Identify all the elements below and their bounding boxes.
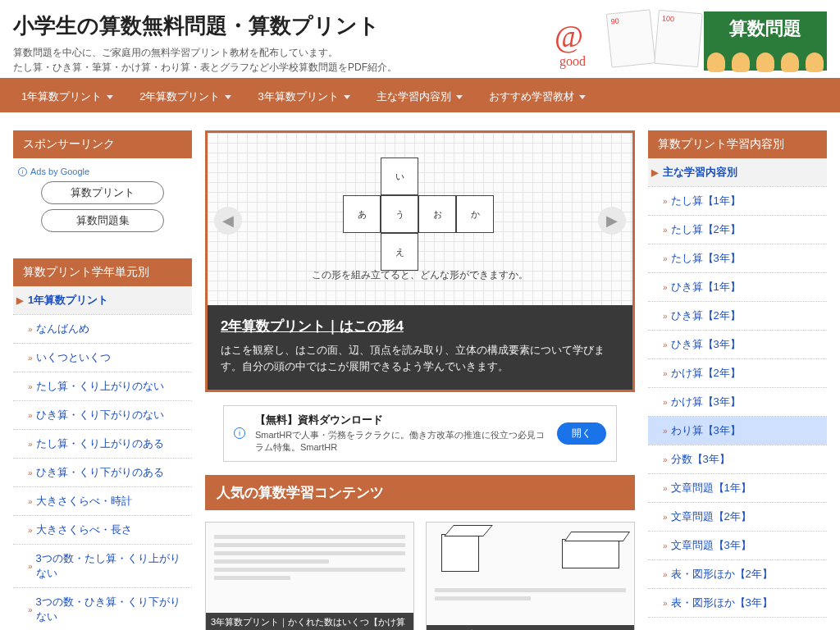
category-link[interactable]: » ひき算・くり下がりのある xyxy=(13,459,192,486)
double-chevron-icon: » xyxy=(663,254,666,263)
category-link[interactable]: » いくつといくつ xyxy=(13,344,192,372)
sponsor-widget: スポンサーリンク iAds by Google 算数プリント 算数問題集 xyxy=(13,130,192,240)
double-chevron-icon: » xyxy=(28,526,31,535)
ad-link-button[interactable]: 算数問題集 xyxy=(41,209,164,232)
double-chevron-icon: » xyxy=(663,226,666,235)
double-chevron-icon: » xyxy=(663,312,666,321)
chevron-right-icon: ▶ xyxy=(16,295,23,306)
inline-ad[interactable]: i 【無料】資料ダウンロード SmartHRで人事・労務をラクラクに。働き方改革… xyxy=(223,405,617,462)
double-chevron-icon: » xyxy=(28,468,31,477)
category-link[interactable]: » ひき算【2年】 xyxy=(648,302,827,330)
category-link[interactable]: » 文章問題【3年】 xyxy=(648,532,827,559)
ad-link-button[interactable]: 算数プリント xyxy=(41,181,164,204)
double-chevron-icon: » xyxy=(663,455,666,464)
category-link[interactable]: » かけ算【2年】 xyxy=(648,359,827,387)
thumbnail-label: 2年算数プリント｜はこの形2 xyxy=(427,625,634,630)
chevron-right-icon: ▶ xyxy=(651,167,658,178)
widget-title: 算数プリント学年単元別 xyxy=(13,258,192,286)
category-link[interactable]: » ひき算【3年】 xyxy=(648,331,827,358)
double-chevron-icon: » xyxy=(663,340,666,349)
thumbnail-label: 3年算数プリント｜かくれた数はいくつ【かけ算2】 xyxy=(206,613,413,630)
header-illustration: 90 100 算数問題 xyxy=(540,11,827,71)
category-link[interactable]: » たし算【2年】 xyxy=(648,216,827,244)
test-paper-icon: 90 xyxy=(606,9,656,67)
slider-description: はこを観察し、はこの面、辺、頂点を読み取り、立体の構成要素について学びます。自分… xyxy=(221,342,619,375)
caret-down-icon xyxy=(579,95,586,99)
site-title[interactable]: 小学生の算数無料問題・算数プリント xyxy=(13,11,540,40)
slider-image: い あ う お か え この形を組み立てると、どんな形ができますか。 ◀ ▶ xyxy=(208,133,632,305)
double-chevron-icon: » xyxy=(663,484,666,493)
slider-next-button[interactable]: ▶ xyxy=(598,207,626,235)
category-link[interactable]: » たし算・くり上がりのない xyxy=(13,372,192,400)
featured-slider: い あ う お か え この形を組み立てると、どんな形ができますか。 ◀ ▶ 2… xyxy=(205,130,635,392)
category-link[interactable]: » 表・図形ほか【3年】 xyxy=(648,589,827,617)
category-link[interactable]: » ひき算・くり下がりのない xyxy=(13,401,192,429)
category-link[interactable]: » 3つの数・たし算・くり上がりない xyxy=(13,545,192,587)
caret-down-icon xyxy=(225,95,231,99)
widget-title: 算数プリント学習内容別 xyxy=(648,130,827,158)
category-link[interactable]: » かけ算【3年】 xyxy=(648,388,827,416)
good-scribble-icon xyxy=(540,11,605,69)
blackboard-icon: 算数問題 xyxy=(704,11,827,71)
category-link[interactable]: » 分数【3年】 xyxy=(648,445,827,473)
double-chevron-icon: » xyxy=(663,197,666,206)
category-link[interactable]: » たし算・くり上がりのある xyxy=(13,430,192,458)
ad-info-icon: i xyxy=(234,427,245,439)
category-link[interactable]: » 文章問題【1年】 xyxy=(648,474,827,502)
figure-caption: この形を組み立てると、どんな形ができますか。 xyxy=(208,268,632,282)
double-chevron-icon: » xyxy=(28,440,31,449)
double-chevron-icon: » xyxy=(663,513,666,522)
caret-down-icon xyxy=(456,95,463,99)
nav-item[interactable]: 1年算数プリント xyxy=(8,81,126,112)
category-link[interactable]: » 文章問題【2年】 xyxy=(648,503,827,531)
content-card: 3年算数プリント｜かくれた数はいくつ【かけ算2】 3年算数プリント｜かくれた数は… xyxy=(205,522,414,630)
double-chevron-icon: » xyxy=(28,605,31,614)
double-chevron-icon: » xyxy=(28,325,31,334)
category-link[interactable]: » たし算【3年】 xyxy=(648,244,827,272)
double-chevron-icon: » xyxy=(663,427,666,436)
content-card: 2年算数プリント｜はこの形2 2年算数プリント｜はこの形2 はこを観察し、はこの… xyxy=(426,522,635,630)
category-link[interactable]: » 表・図形ほか【2年】 xyxy=(648,560,827,588)
category-top-link[interactable]: ▶主な学習内容別 xyxy=(648,158,827,186)
primary-nav: 1年算数プリント2年算数プリント3年算数プリント主な学習内容別おすすめ学習教材 xyxy=(0,78,840,112)
category-top-link[interactable]: ▶1年算数プリント xyxy=(13,286,192,314)
double-chevron-icon: » xyxy=(663,599,666,608)
content-category-widget: 算数プリント学習内容別 ▶主な学習内容別 » たし算【1年】» たし算【2年】»… xyxy=(648,130,827,618)
caret-down-icon xyxy=(344,95,350,99)
ad-body: SmartHRで人事・労務をラクラクに。働き方改革の推進に役立つ必見コラム特集。… xyxy=(255,429,547,454)
widget-title: スポンサーリンク xyxy=(13,130,192,158)
nav-item[interactable]: おすすめ学習教材 xyxy=(476,81,599,112)
double-chevron-icon: » xyxy=(663,283,666,292)
slider-caption-overlay: 2年算数プリント｜はこの形4 はこを観察し、はこの面、辺、頂点を読み取り、立体の… xyxy=(208,305,632,390)
site-header: 小学生の算数無料問題・算数プリント 算数問題を中心に、ご家庭用の無料学習プリント… xyxy=(0,0,840,78)
category-link[interactable]: » わり算【3年】 xyxy=(648,417,827,445)
nav-item[interactable]: 3年算数プリント xyxy=(244,81,363,112)
double-chevron-icon: » xyxy=(28,354,31,363)
info-icon: i xyxy=(18,167,27,176)
category-link[interactable]: » ひき算【1年】 xyxy=(648,273,827,301)
nav-item[interactable]: 主な学習内容別 xyxy=(363,81,476,112)
ad-open-button[interactable]: 開く xyxy=(557,422,606,445)
double-chevron-icon: » xyxy=(663,369,666,378)
slider-title-link[interactable]: 2年算数プリント｜はこの形4 xyxy=(221,318,404,334)
double-chevron-icon: » xyxy=(28,562,31,571)
caret-down-icon xyxy=(107,95,113,99)
slider-prev-button[interactable]: ◀ xyxy=(214,207,242,235)
test-paper-icon: 100 xyxy=(654,10,703,67)
category-link[interactable]: » たし算【1年】 xyxy=(648,187,827,215)
double-chevron-icon: » xyxy=(663,398,666,407)
double-chevron-icon: » xyxy=(28,411,31,420)
double-chevron-icon: » xyxy=(663,541,666,550)
category-link[interactable]: » 大きさくらべ・時計 xyxy=(13,487,192,515)
category-link[interactable]: » 3つの数・ひき算・くり下がりない xyxy=(13,588,192,630)
cube-net-figure: い あ う お か え xyxy=(305,158,535,281)
ads-by-google-label[interactable]: iAds by Google xyxy=(18,167,187,176)
category-link[interactable]: » なんばんめ xyxy=(13,315,192,343)
card-thumbnail[interactable]: 2年算数プリント｜はこの形2 xyxy=(426,522,635,630)
category-link[interactable]: » 大きさくらべ・長さ xyxy=(13,516,192,544)
double-chevron-icon: » xyxy=(28,382,31,391)
nav-item[interactable]: 2年算数プリント xyxy=(126,81,244,112)
card-thumbnail[interactable]: 3年算数プリント｜かくれた数はいくつ【かけ算2】 xyxy=(205,522,414,630)
double-chevron-icon: » xyxy=(663,570,666,579)
site-description: 算数問題を中心に、ご家庭用の無料学習プリント教材を配布しています。 たし算・ひき… xyxy=(13,45,540,75)
